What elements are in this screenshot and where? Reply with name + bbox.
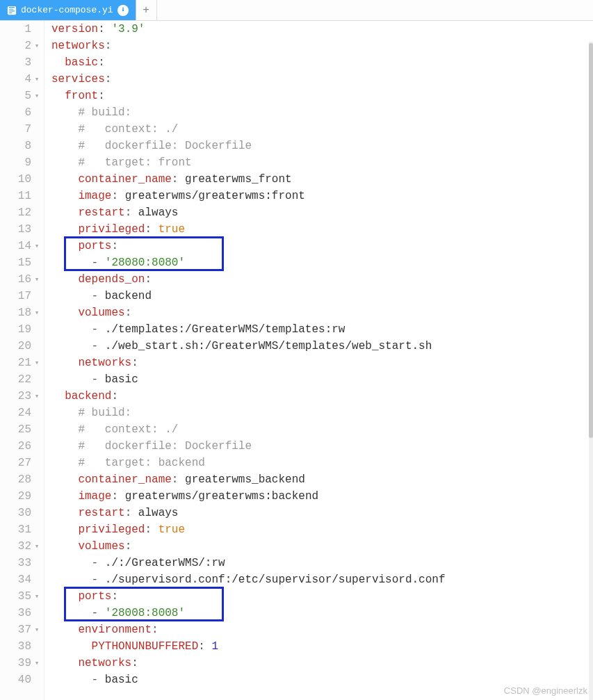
fold-toggle-icon[interactable]: ▾ <box>33 542 41 551</box>
fold-spacer <box>33 158 41 167</box>
line-number: 22 <box>8 371 31 388</box>
code-line[interactable]: restart: always <box>44 505 593 521</box>
code-line[interactable]: - ./supervisord.conf:/etc/supervisor/sup… <box>44 571 593 588</box>
gutter-line: 2▾ <box>0 38 44 54</box>
token-plain: ./supervisord.conf:/etc/supervisor/super… <box>105 573 446 586</box>
code-line[interactable]: # target: backend <box>44 455 593 471</box>
fold-toggle-icon[interactable]: ▾ <box>33 359 41 367</box>
code-line[interactable]: # build: <box>44 405 593 421</box>
token-punc: : <box>198 640 205 653</box>
token-plain: basic <box>105 373 138 386</box>
token-key: version <box>51 23 98 35</box>
fold-toggle-icon[interactable]: ▾ <box>33 659 41 667</box>
code-line[interactable]: # target: front <box>44 154 593 171</box>
gutter-line: 25 <box>0 421 44 438</box>
code-editor[interactable]: 1 2▾3 4▾5▾6 7 8 9 10 11 12 13 14▾15 16▾1… <box>0 21 593 700</box>
code-line[interactable]: volumes: <box>44 538 593 555</box>
code-line[interactable]: backend: <box>44 388 593 405</box>
line-number: 9 <box>8 154 31 171</box>
code-line[interactable]: environment: <box>44 621 593 638</box>
token-punc: - <box>92 340 105 352</box>
gutter-line: 26 <box>0 438 44 455</box>
code-line[interactable]: networks: <box>44 655 593 671</box>
line-number: 8 <box>8 138 31 154</box>
scroll-thumb[interactable] <box>589 43 593 438</box>
fold-spacer <box>33 209 41 217</box>
token-key: container_name <box>78 173 171 186</box>
code-line[interactable]: networks: <box>44 355 593 371</box>
code-line[interactable]: front: <box>44 88 593 104</box>
code-line[interactable]: container_name: greaterwms_front <box>44 171 593 188</box>
code-line[interactable]: restart: always <box>44 204 593 221</box>
code-line[interactable]: ports: <box>44 588 593 605</box>
line-number: 21 <box>8 355 31 371</box>
line-number: 26 <box>8 438 31 455</box>
code-line[interactable]: # dockerfile: Dockerfile <box>44 138 593 154</box>
fold-toggle-icon[interactable]: ▾ <box>33 242 41 250</box>
code-line[interactable]: - basic <box>44 371 593 388</box>
code-line[interactable]: privileged: true <box>44 221 593 238</box>
code-line[interactable]: image: greaterwms/greaterwms:backend <box>44 488 593 505</box>
token-guide <box>51 423 78 436</box>
code-line[interactable]: # dockerfile: Dockerfile <box>44 438 593 455</box>
token-guide <box>51 457 78 469</box>
line-number: 39 <box>8 655 31 671</box>
token-guide <box>51 473 78 486</box>
token-comment: # build: <box>78 106 131 119</box>
code-line[interactable]: - ./web_start.sh:/GreaterWMS/templates/w… <box>44 338 593 355</box>
vertical-scrollbar[interactable] <box>589 42 593 700</box>
fold-toggle-icon[interactable]: ▾ <box>33 275 41 284</box>
code-line[interactable]: basic: <box>44 54 593 71</box>
token-guide <box>51 440 78 453</box>
token-punc: : <box>125 540 132 553</box>
code-line[interactable]: - ./:/GreaterWMS/:rw <box>44 555 593 571</box>
token-key: networks <box>78 657 131 669</box>
fold-toggle-icon[interactable]: ▾ <box>33 626 41 634</box>
token-guide <box>51 106 78 119</box>
code-line[interactable]: ports: <box>44 238 593 254</box>
line-number: 16 <box>8 271 31 288</box>
fold-toggle-icon[interactable]: ▾ <box>33 309 41 317</box>
fold-toggle-icon[interactable]: ▾ <box>33 592 41 601</box>
token-guide <box>51 407 78 419</box>
gutter-line: 9 <box>0 154 44 171</box>
fold-toggle-icon[interactable]: ▾ <box>33 42 41 50</box>
token-bool: true <box>159 523 185 536</box>
code-line[interactable]: # build: <box>44 104 593 121</box>
code-line[interactable]: PYTHONUNBUFFERED: 1 <box>44 638 593 655</box>
token-punc: : <box>172 473 179 486</box>
code-line[interactable]: networks: <box>44 38 593 54</box>
fold-toggle-icon[interactable]: ▾ <box>33 392 41 400</box>
code-line[interactable]: image: greaterwms/greaterwms:front <box>44 188 593 204</box>
new-tab-button[interactable]: + <box>136 0 157 20</box>
token-guide <box>51 490 78 503</box>
fold-toggle-icon[interactable]: ▾ <box>33 75 41 83</box>
tab-docker-compose[interactable]: docker-compose.yi <box>0 0 136 20</box>
code-line[interactable]: - '28080:8080' <box>44 254 593 271</box>
code-line[interactable]: depends_on: <box>44 271 593 288</box>
gutter-line: 34 <box>0 571 44 588</box>
fold-toggle-icon[interactable]: ▾ <box>33 92 41 100</box>
code-area[interactable]: version: '3.9'networks: basic:services: … <box>44 21 593 700</box>
code-line[interactable]: privileged: true <box>44 521 593 538</box>
fold-spacer <box>33 58 41 67</box>
code-line[interactable]: - backend <box>44 288 593 304</box>
token-punc: - <box>92 373 105 386</box>
gutter-line: 21▾ <box>0 355 44 371</box>
token-plain: always <box>131 507 178 519</box>
code-line[interactable]: services: <box>44 71 593 88</box>
code-line[interactable]: - '28008:8008' <box>44 605 593 621</box>
code-line[interactable]: container_name: greaterwms_backend <box>44 471 593 488</box>
token-plain: basic <box>105 674 138 686</box>
code-line[interactable]: version: '3.9' <box>44 21 593 38</box>
token-key: image <box>78 190 111 202</box>
code-line[interactable]: # context: ./ <box>44 421 593 438</box>
code-line[interactable]: - ./templates:/GreaterWMS/templates:rw <box>44 321 593 338</box>
code-line[interactable]: # context: ./ <box>44 121 593 138</box>
gutter-line: 4▾ <box>0 71 44 88</box>
token-punc: : <box>105 73 112 86</box>
token-punc: - <box>92 674 105 686</box>
fold-spacer <box>33 425 41 434</box>
token-plain: always <box>131 206 178 219</box>
code-line[interactable]: volumes: <box>44 304 593 321</box>
